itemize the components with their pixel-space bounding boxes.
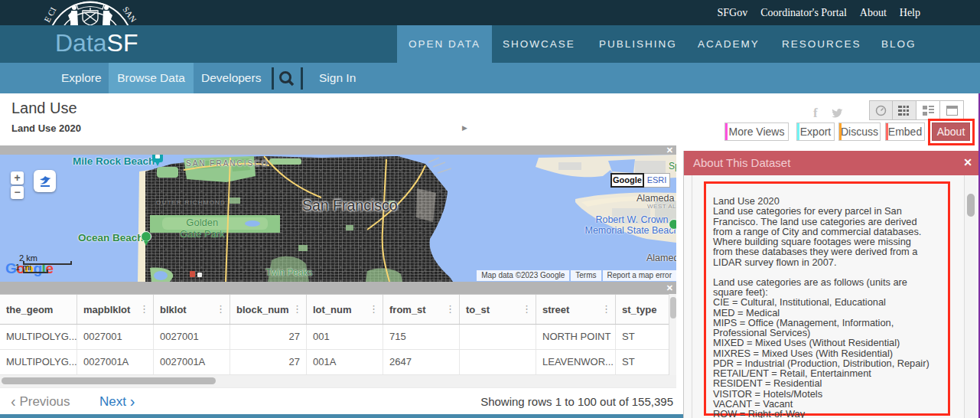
basemap-esri-button[interactable]: ESRI: [644, 173, 670, 188]
cell-mapblklot[interactable]: 0027001A: [77, 350, 154, 374]
column-header-blklot[interactable]: blklot⋮: [154, 295, 230, 324]
column-header-the-geom[interactable]: the_geom: [0, 295, 77, 324]
data-portal-subnav: Explore Browse Data Developers Sign In: [0, 63, 980, 93]
previous-page-button[interactable]: ‹ Previous: [11, 394, 70, 410]
dataset-name: Land Use 2020: [11, 122, 81, 134]
subnav-developers[interactable]: Developers: [201, 63, 261, 93]
toplink-about[interactable]: About: [860, 7, 887, 19]
map-pin-ocean-beach[interactable]: [141, 231, 151, 242]
export-button[interactable]: Export: [796, 122, 835, 141]
toplink-sfgov[interactable]: SFGov: [718, 7, 748, 19]
column-menu-icon[interactable]: ⋮: [601, 303, 611, 315]
close-icon[interactable]: ✕: [666, 284, 673, 292]
toplink-help[interactable]: Help: [900, 7, 920, 19]
twitter-icon[interactable]: [831, 109, 843, 118]
table-vertical-scrollbar[interactable]: [669, 294, 676, 375]
nav-academy[interactable]: ACADEMY: [698, 25, 760, 63]
map-label-san-francisco-city: San Francisco: [302, 197, 398, 214]
next-page-button[interactable]: Next ›: [99, 394, 135, 410]
scrollbar-thumb[interactable]: [967, 194, 975, 217]
map-label-mile-rock-beach: Mile Rock Beach: [73, 155, 155, 167]
pagination-bar: ‹ Previous Next › Showing rows 1 to 100 …: [0, 387, 676, 414]
cell-st-type[interactable]: ST: [616, 325, 669, 349]
table-row[interactable]: MULTIPOLYG... 0027001 0027001 27 001 715…: [0, 325, 676, 350]
embed-button[interactable]: Embed: [885, 122, 925, 141]
map-style-button[interactable]: [34, 170, 56, 192]
cell-blklot[interactable]: 0027001: [154, 325, 230, 349]
sign-in-link[interactable]: Sign In: [319, 63, 356, 93]
cell-st-type[interactable]: ST: [616, 350, 669, 374]
scrollbar-thumb[interactable]: [2, 377, 216, 384]
column-menu-icon[interactable]: ⋮: [292, 303, 302, 315]
nav-showcase[interactable]: SHOWCASE: [503, 25, 575, 63]
column-header-from-st[interactable]: from_st⋮: [383, 295, 460, 324]
column-header-mapblklot[interactable]: mapblklot⋮: [77, 295, 154, 324]
cell-street[interactable]: LEAVENWOR...: [536, 350, 616, 374]
cell-blklot[interactable]: 0027001A: [154, 350, 230, 374]
cell-to-st[interactable]: [460, 350, 536, 374]
column-menu-icon[interactable]: ⋮: [216, 303, 226, 315]
map-label-west-alameda: WEST AL: [647, 203, 676, 210]
column-menu-icon[interactable]: ⋮: [369, 303, 379, 315]
cell-from-st[interactable]: 715: [383, 325, 460, 349]
column-menu-icon[interactable]: ⋮: [445, 303, 455, 315]
nav-open-data[interactable]: OPEN DATA: [397, 25, 492, 63]
timeline-view-button[interactable]: [869, 100, 893, 120]
map-scale-mi-bar: [23, 269, 48, 273]
cell-to-st[interactable]: [460, 325, 536, 349]
divider: [272, 67, 274, 90]
discuss-button[interactable]: Discuss: [838, 122, 881, 141]
about-dataset-panel: About This Dataset ✕ Land Use 2020 Land …: [683, 151, 980, 418]
subnav-explore[interactable]: Explore: [61, 63, 102, 93]
column-header-street[interactable]: street⋮: [536, 295, 616, 324]
description-expander-icon[interactable]: ▶: [462, 124, 467, 132]
toplink-coordinators-portal[interactable]: Coordinator's Portal: [760, 7, 847, 19]
map-terms-link[interactable]: Terms: [571, 270, 601, 281]
nav-resources[interactable]: RESOURCES: [782, 25, 861, 63]
cell-lot-num[interactable]: 001: [307, 325, 383, 349]
search-icon[interactable]: [278, 70, 296, 87]
nav-publishing[interactable]: PUBLISHING: [599, 25, 677, 63]
about-panel-scrollbar[interactable]: [964, 175, 976, 418]
nav-blog[interactable]: BLOG: [881, 25, 917, 63]
column-header-st-type[interactable]: st_type: [616, 295, 669, 324]
close-icon[interactable]: ✕: [963, 156, 972, 168]
basemap-switcher: Google ESRI: [610, 173, 670, 188]
map-label-alameda-2: Alamed: [646, 253, 676, 263]
facebook-icon[interactable]: f: [813, 106, 818, 121]
zoom-in-button[interactable]: +: [11, 171, 24, 185]
column-header-block-num[interactable]: block_num⋮: [230, 295, 307, 324]
cell-lot-num[interactable]: 001A: [307, 350, 383, 374]
subnav-browse-data[interactable]: Browse Data: [109, 63, 194, 93]
zoom-out-button[interactable]: −: [11, 186, 24, 199]
cell-the-geom[interactable]: MULTIPOLYG...: [0, 325, 77, 349]
column-header-to-st[interactable]: to_st⋮: [460, 295, 536, 324]
map-widget-header: ✕: [0, 145, 676, 155]
cell-mapblklot[interactable]: 0027001: [77, 325, 154, 349]
annotation-highlight-box: Land Use 2020 Land use categories for ev…: [704, 181, 950, 416]
table-row[interactable]: MULTIPOLYG... 0027001A 0027001A 27 001A …: [0, 350, 676, 375]
datasf-logo[interactable]: DataSF: [55, 29, 138, 57]
table-horizontal-scrollbar[interactable]: [0, 375, 676, 387]
column-menu-icon[interactable]: ⋮: [139, 303, 149, 315]
basemap-google-button[interactable]: Google: [610, 173, 644, 188]
map-canvas: [0, 155, 676, 282]
map-pin-crown-beach[interactable]: [669, 219, 676, 230]
grid-view-button[interactable]: [893, 100, 917, 120]
more-views-button[interactable]: More Views: [724, 122, 789, 141]
map-view[interactable]: Mile Rock Beach SAN FRANCISCO OUTER RICH…: [0, 155, 676, 282]
cell-block-num[interactable]: 27: [230, 350, 307, 374]
map-pin-tip: [155, 162, 160, 168]
cell-from-st[interactable]: 2647: [383, 350, 460, 374]
column-menu-icon[interactable]: ⋮: [522, 303, 532, 315]
scrollbar-thumb[interactable]: [670, 297, 676, 318]
card-view-button[interactable]: [917, 100, 940, 120]
page-view-button[interactable]: [940, 100, 964, 120]
cell-street[interactable]: NORTH POINT: [536, 325, 616, 349]
cell-block-num[interactable]: 27: [230, 325, 307, 349]
column-header-lot-num[interactable]: lot_num⋮: [307, 295, 383, 324]
cell-the-geom[interactable]: MULTIPOLYG...: [0, 350, 77, 374]
map-report-error-link[interactable]: Report a map error: [603, 270, 676, 281]
svg-text:SAN: SAN: [121, 5, 138, 24]
close-icon[interactable]: ✕: [666, 146, 673, 155]
